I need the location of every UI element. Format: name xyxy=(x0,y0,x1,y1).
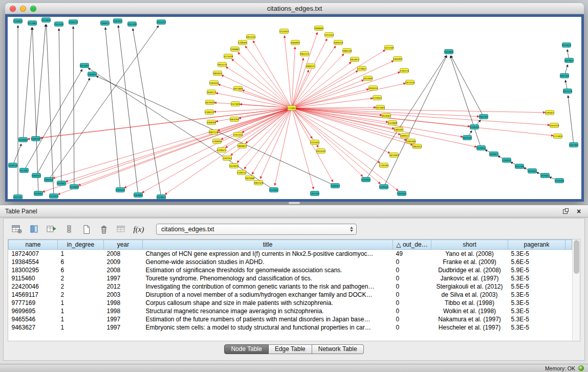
graph-node[interactable]: 1986130 xyxy=(342,49,352,53)
graph-node[interactable]: 2051476 xyxy=(563,89,573,94)
graph-node[interactable]: 1987304 xyxy=(560,74,570,78)
graph-node[interactable]: 2441023 xyxy=(49,194,59,199)
column-header-name[interactable]: name xyxy=(9,240,58,250)
graph-node[interactable]: 1531445 xyxy=(310,140,320,145)
row-options-button[interactable] xyxy=(63,223,75,235)
graph-node[interactable]: 1236675 xyxy=(217,148,227,152)
graph-node[interactable]: 2430178 xyxy=(69,20,78,25)
graph-node[interactable]: 2023647 xyxy=(564,58,574,63)
column-header-in_degree[interactable]: in_degree xyxy=(58,240,104,250)
table-row[interactable]: 1830029562008Estimation of significance … xyxy=(9,266,572,274)
graph-node[interactable]: 2072869 xyxy=(233,86,243,91)
table-row[interactable]: 977716911998Corpus callosum shape and si… xyxy=(9,299,572,307)
show-columns-button[interactable] xyxy=(28,223,40,235)
graph-node[interactable]: 2520034 xyxy=(13,19,23,24)
graph-node[interactable]: 1708137 xyxy=(205,110,214,115)
graph-node[interactable]: 2466339 xyxy=(31,137,41,141)
graph-node[interactable]: 1527681 xyxy=(231,102,241,106)
new-table-button[interactable] xyxy=(80,223,93,235)
graph-node[interactable]: 1212543 xyxy=(324,33,334,37)
column-header-pagerank[interactable]: pagerank xyxy=(508,240,565,250)
graph-node[interactable]: 2208081 xyxy=(230,47,240,52)
function-builder-button[interactable]: f(x) xyxy=(133,223,145,235)
graph-node[interactable]: 2310825 xyxy=(157,195,166,200)
import-table-button[interactable] xyxy=(115,223,127,235)
graph-node[interactable]: 2374916 xyxy=(41,18,51,23)
graph-node[interactable]: 2051087 xyxy=(80,63,90,68)
graph-node[interactable]: 2087391 xyxy=(479,115,489,119)
window-close-button[interactable] xyxy=(10,6,16,12)
graph-node[interactable]: 1724064 xyxy=(287,106,297,111)
graph-node[interactable]: 2067110 xyxy=(209,130,219,135)
table-row[interactable]: 946554611997Estimation of the future num… xyxy=(9,315,572,323)
graph-node[interactable]: 2124598 xyxy=(555,179,564,183)
tab-network-table[interactable]: Network Table xyxy=(312,344,364,354)
graph-node[interactable]: 1205408 xyxy=(406,139,416,144)
graph-node[interactable]: 2194410 xyxy=(116,188,125,192)
graph-node[interactable]: 1726704 xyxy=(379,163,389,168)
graph-node[interactable]: 1914545 xyxy=(316,149,326,154)
graph-node[interactable]: 2184420 xyxy=(209,81,219,85)
table-row[interactable]: 1872400712008Changes of HCN gene express… xyxy=(9,250,572,258)
graph-node[interactable]: 1779827 xyxy=(357,67,367,71)
graph-node[interactable]: 2506341 xyxy=(32,173,41,178)
column-header-title[interactable]: title xyxy=(143,240,393,250)
graph-node[interactable]: 1823690 xyxy=(245,176,255,181)
graph-node[interactable]: 1709512 xyxy=(237,170,247,175)
graph-node[interactable]: 1879103 xyxy=(205,100,215,105)
graph-node[interactable]: 1886127 xyxy=(306,64,316,69)
graph-node[interactable]: 1664294 xyxy=(230,117,239,122)
graph-node[interactable]: 1595821 xyxy=(545,111,555,115)
graph-node[interactable]: 1632840 xyxy=(363,76,373,81)
graph-node[interactable]: 1944806 xyxy=(444,50,454,54)
graph-node[interactable]: 2136704 xyxy=(470,125,480,129)
close-panel-button[interactable]: × xyxy=(575,207,583,215)
table-row[interactable]: 2242004622012Investigating the contribut… xyxy=(9,282,572,291)
graph-node[interactable]: 1125443 xyxy=(279,29,289,34)
graph-node[interactable]: 1851234 xyxy=(246,35,256,39)
graph-node[interactable]: 1785576 xyxy=(400,69,409,73)
graph-node[interactable]: 1975510 xyxy=(405,80,415,85)
graph-node[interactable]: 2079461 xyxy=(540,173,550,178)
create-column-button[interactable] xyxy=(46,223,58,235)
graph-node[interactable]: 1908605 xyxy=(314,26,324,31)
tab-edge-table[interactable]: Edge Table xyxy=(269,344,312,354)
float-panel-button[interactable] xyxy=(561,207,570,215)
tab-node-table[interactable]: Node Table xyxy=(224,344,269,354)
graph-node[interactable]: 2388164 xyxy=(44,178,54,182)
graph-node[interactable]: 2031789 xyxy=(515,164,525,169)
window-minimize-button[interactable] xyxy=(20,6,26,12)
graph-node[interactable]: 2470813 xyxy=(57,181,67,186)
table-row[interactable]: 1456911722003Disruption of a novel membe… xyxy=(9,291,572,299)
graph-node[interactable]: 2287194 xyxy=(310,191,320,196)
column-header-short[interactable]: short xyxy=(431,240,508,250)
graph-node[interactable]: 2263084 xyxy=(134,193,143,198)
table-selector-dropdown[interactable]: citations_edges.txt xyxy=(156,224,357,235)
scrollbar-thumb[interactable] xyxy=(574,240,579,274)
table-row[interactable]: 946362711997Embryonic stem cells: a mode… xyxy=(9,323,572,332)
graph-node[interactable]: 2193015 xyxy=(502,158,512,163)
table-scrollbar[interactable] xyxy=(572,239,580,341)
graph-node[interactable]: 2056874 xyxy=(489,152,499,157)
graph-node[interactable]: 2107392 xyxy=(569,143,579,147)
graph-node[interactable]: 2179453 xyxy=(476,146,486,150)
graph-node[interactable]: 1275439 xyxy=(224,54,233,59)
graph-node[interactable]: 1646121 xyxy=(207,90,216,95)
graph-node[interactable]: 2411862 xyxy=(28,21,37,26)
graph-node[interactable]: 2519040 xyxy=(70,185,79,189)
graph-node[interactable]: 2012546 xyxy=(463,136,472,140)
graph-node[interactable]: 2239456 xyxy=(379,185,389,189)
graph-node[interactable]: 1592344 xyxy=(223,156,232,161)
graph-node[interactable]: 2350519 xyxy=(8,163,18,168)
graph-node[interactable]: 1669250 xyxy=(334,40,343,45)
graph-node[interactable]: 1799936 xyxy=(212,139,222,144)
graph-node[interactable]: 1956410 xyxy=(368,86,378,91)
column-header-year[interactable]: year xyxy=(104,240,143,250)
graph-node[interactable]: 1788402 xyxy=(238,40,248,45)
graph-node[interactable]: 2165842 xyxy=(528,169,537,173)
graph-node[interactable]: 1869821 xyxy=(237,144,247,148)
window-zoom-button[interactable] xyxy=(30,6,36,12)
column-header-out_degree[interactable]: △ out_de… xyxy=(393,240,431,250)
graph-node[interactable]: 2396011 xyxy=(100,21,110,26)
graph-node[interactable]: 2551430 xyxy=(54,22,64,27)
